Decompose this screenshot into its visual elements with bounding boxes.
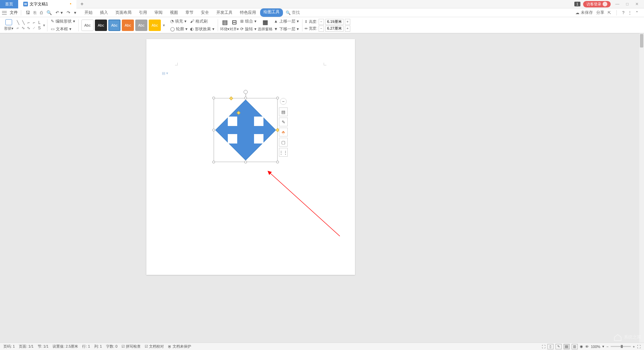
resize-handle[interactable]	[244, 97, 247, 99]
status-proof[interactable]: ☑文档校对	[145, 344, 164, 349]
tab-security[interactable]: 安全	[198, 8, 212, 17]
qat-preview-icon[interactable]: 🔍	[45, 10, 53, 15]
text-box-button[interactable]: ▭文本框▾	[49, 26, 76, 33]
hamburger-icon[interactable]	[2, 11, 7, 14]
style-2[interactable]: Abc	[95, 20, 107, 31]
float-edit-button[interactable]: ✎	[279, 118, 288, 126]
tab-drawing[interactable]: 绘图工具	[260, 8, 283, 17]
canvas-area[interactable]: ▤ ▾ −	[0, 33, 644, 343]
float-outline-button[interactable]: ▢	[279, 138, 288, 147]
fill-button[interactable]: ◔填充▾	[169, 18, 189, 25]
rotate-handle[interactable]	[244, 90, 248, 94]
zoom-in-button[interactable]: +	[633, 345, 635, 349]
login-button[interactable]: 访客登录	[583, 1, 611, 7]
export-icon[interactable]: ⇱	[608, 10, 611, 15]
notification-badge[interactable]: 1	[574, 2, 580, 6]
float-more-button[interactable]: ⋮⋮	[279, 148, 288, 157]
qat-saveas-icon[interactable]: ⎘	[32, 10, 38, 15]
qat-more-icon[interactable]: ▾	[73, 10, 78, 15]
shape-selection[interactable]: − ▤ ✎ ⬘ ▢ ⋮⋮	[214, 98, 278, 162]
width-input[interactable]	[325, 26, 344, 32]
status-chars[interactable]: 字数: 0	[106, 344, 117, 349]
status-col[interactable]: 列: 1	[94, 344, 102, 349]
status-position[interactable]: 设置值: 2.5厘米	[52, 344, 78, 349]
file-menu[interactable]: 文件	[10, 10, 18, 15]
home-tab[interactable]: 首页	[0, 0, 18, 8]
minimize-button[interactable]: —	[613, 2, 621, 6]
style-3[interactable]: Abc	[108, 20, 120, 31]
width-dec[interactable]: −	[319, 26, 324, 32]
fullscreen-icon[interactable]: ⛶	[542, 345, 545, 349]
resize-handle[interactable]	[212, 129, 215, 131]
bring-forward-button[interactable]: ▲上移一层▾	[273, 18, 300, 25]
tab-insert[interactable]: 插入	[97, 8, 111, 17]
view-web-button[interactable]: ▤	[564, 344, 570, 349]
tab-chapter[interactable]: 章节	[182, 8, 197, 17]
resize-handle[interactable]	[212, 97, 215, 99]
tab-special[interactable]: 特色应用	[237, 8, 259, 17]
style-expand-icon[interactable]: ▾	[163, 23, 165, 28]
resize-handle[interactable]	[244, 161, 247, 163]
float-collapse-button[interactable]: −	[280, 98, 287, 105]
edit-shape-button[interactable]: ✎编辑形状▾	[49, 18, 76, 25]
gallery-expand-icon[interactable]: ▾	[43, 23, 45, 28]
tab-start[interactable]: 开始	[81, 8, 96, 17]
qat-save-icon[interactable]: 🖫	[24, 10, 31, 15]
height-inc[interactable]: +	[345, 19, 350, 25]
shape-button[interactable]: 形状▾	[4, 19, 13, 31]
resize-handle[interactable]	[276, 97, 279, 99]
collapse-ribbon-icon[interactable]: ⌃	[635, 10, 639, 15]
outline-button[interactable]: ◯轮廓▾	[169, 26, 189, 33]
height-dec[interactable]: −	[319, 19, 324, 25]
zoom-value[interactable]: 100%	[591, 345, 600, 349]
rotate-button[interactable]: ⟳旋转▾	[239, 26, 258, 33]
style-5[interactable]: Abc	[135, 20, 147, 31]
send-backward-button[interactable]: ▼下移一层▾	[273, 26, 300, 33]
shape-effect-button[interactable]: ◐形状效果▾	[189, 26, 216, 33]
view-read-button[interactable]: ▥	[572, 344, 578, 349]
tab-view[interactable]: 视图	[167, 8, 181, 17]
align-button[interactable]: ⊟对齐▾	[229, 19, 239, 32]
status-page[interactable]: 页面: 1/1	[19, 344, 33, 349]
qat-redo-icon[interactable]: ↷	[65, 10, 72, 15]
tab-reference[interactable]: 引用	[136, 8, 150, 17]
float-fill-button[interactable]: ⬘	[279, 128, 288, 136]
vertical-scrollbar[interactable]	[639, 33, 644, 343]
format-brush-button[interactable]: 🖌格式刷	[189, 18, 216, 25]
style-6[interactable]: Abc	[149, 20, 161, 31]
status-section[interactable]: 节: 1/1	[38, 344, 48, 349]
group-button[interactable]: ⊞组合▾	[239, 18, 258, 25]
zoom-out-button[interactable]: −	[606, 345, 608, 349]
page-indicator-icon[interactable]: ▤ ▾	[162, 71, 168, 75]
view-eye-icon[interactable]: 👁	[585, 345, 589, 349]
style-1[interactable]: Abc	[81, 20, 94, 31]
maximize-button[interactable]: □	[624, 2, 631, 6]
style-4[interactable]: Abc	[122, 20, 134, 31]
status-line[interactable]: 行: 1	[82, 344, 90, 349]
shape-gallery[interactable]: ╲╲⌐⌐L ⌐∿∿⟋S	[15, 20, 42, 30]
search-box[interactable]: 🔍 查找	[286, 10, 300, 15]
cloud-status[interactable]: ☁ 未保存	[575, 10, 593, 15]
document-page[interactable]: ▤ ▾ −	[146, 39, 355, 275]
wrap-button[interactable]: ▤环绕▾	[220, 19, 229, 32]
status-spell[interactable]: ☑拼写检查	[121, 344, 141, 349]
status-protect[interactable]: ⛨文档未保护	[168, 344, 191, 349]
qat-undo-icon[interactable]: ↶ ▾	[54, 10, 64, 15]
view-outline-button[interactable]: ✎	[556, 344, 562, 349]
qat-print-icon[interactable]: ⎙	[39, 10, 44, 15]
zoom-slider[interactable]	[611, 346, 631, 347]
view-page-button[interactable]: ▯	[547, 344, 553, 349]
share-button[interactable]: 分享	[596, 10, 604, 15]
document-tab[interactable]: W 文字文稿1 •	[18, 0, 76, 8]
close-button[interactable]: ✕	[633, 2, 641, 6]
diamond-arrow-shape[interactable]	[214, 98, 278, 162]
tab-layout[interactable]: 页面布局	[112, 8, 135, 17]
select-pane-button[interactable]: ▦选择窗格	[258, 19, 273, 32]
status-pagenum[interactable]: 页码: 1	[3, 344, 15, 349]
tab-devtools[interactable]: 开发工具	[213, 8, 236, 17]
tab-review[interactable]: 审阅	[151, 8, 166, 17]
resize-handle[interactable]	[276, 161, 279, 163]
more-icon[interactable]: ⋮	[628, 10, 632, 15]
scrollbar-thumb[interactable]	[640, 34, 643, 47]
resize-handle[interactable]	[212, 161, 215, 163]
